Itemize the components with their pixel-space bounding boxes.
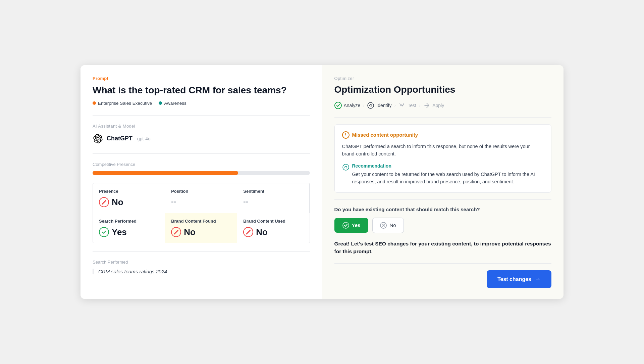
no-button[interactable]: No: [372, 218, 404, 233]
recommendation-row: Recommendation Get your content to be re…: [342, 163, 544, 186]
right-panel: Optimizer Optimization Opportunities Ana…: [322, 65, 564, 299]
right-divider-1: [334, 117, 552, 118]
step-apply-icon: [423, 102, 430, 109]
metric-presence-value: No: [99, 197, 159, 208]
yes-button[interactable]: Yes: [334, 218, 369, 233]
yes-label: Yes: [352, 222, 361, 228]
step-analyze: Analyze: [334, 102, 361, 109]
result-text: Great! Let's test SEO changes for your e…: [334, 240, 552, 256]
step-identify: Identify: [367, 102, 391, 109]
persona-dot-teal: [159, 101, 162, 105]
ai-section-label: AI Assistant & Model: [93, 124, 310, 129]
brand-found-text: No: [184, 227, 196, 237]
recommendation-label: Recommendation: [352, 163, 544, 169]
rec-icon: [342, 164, 350, 171]
yes-button-icon: [342, 222, 349, 229]
metric-presence: Presence No: [93, 183, 165, 213]
metric-presence-header: Presence: [99, 189, 159, 194]
no-label: No: [389, 222, 396, 228]
metric-sentiment-header: Sentiment: [243, 189, 303, 194]
persona-label-awareness: Awareness: [164, 101, 186, 106]
divider-1: [93, 115, 310, 116]
search-query: CRM sales teams ratings 2024: [93, 269, 310, 274]
left-panel: Prompt What is the top-rated CRM for sal…: [80, 65, 322, 299]
metric-search-performed-value: Yes: [99, 227, 159, 237]
search-yes-icon: [99, 227, 109, 237]
metric-brand-content-found: Brand Content Found No: [165, 213, 237, 243]
sentiment-dash: --: [243, 197, 248, 206]
stepper: Analyze › Identify ›: [334, 102, 552, 109]
recommendation-text: Get your content to be returned for the …: [352, 171, 544, 186]
opportunity-title: Missed content opportunity: [352, 132, 418, 138]
metric-brand-content-found-value: No: [171, 227, 231, 237]
presence-no-icon: [99, 197, 109, 207]
test-changes-label: Test changes: [497, 276, 531, 282]
metric-position: Position --: [165, 183, 237, 213]
no-button-icon: [380, 222, 387, 229]
step-analyze-icon: [334, 102, 342, 109]
optimizer-label: Optimizer: [334, 76, 552, 81]
step-identify-icon: [367, 102, 374, 109]
divider-2: [93, 153, 310, 154]
metric-sentiment: Sentiment --: [237, 183, 309, 213]
step-identify-label: Identify: [376, 103, 391, 108]
step-chevron-3: ›: [419, 103, 420, 108]
position-dash: --: [171, 197, 176, 206]
svg-point-3: [344, 167, 345, 168]
brand-used-text: No: [256, 227, 268, 237]
metric-brand-content-used-header: Brand Content Used: [243, 219, 303, 224]
ai-row: ChatGPT gpt-4o: [93, 133, 310, 144]
right-divider-2: [334, 199, 552, 200]
warning-icon: !: [342, 131, 350, 139]
step-test-label: Test: [408, 103, 416, 108]
opportunity-text: ChatGPT performed a search to inform thi…: [342, 143, 544, 158]
progress-bar-bg: [93, 171, 310, 175]
progress-bar-fill: [93, 171, 238, 175]
yes-no-row: Yes No: [334, 218, 552, 233]
metric-brand-content-found-header: Brand Content Found: [171, 219, 231, 224]
persona-row: Enterprise Sales Executive Awareness: [93, 101, 310, 106]
test-changes-arrow: →: [535, 276, 541, 283]
chatgpt-icon: [93, 133, 103, 144]
metric-position-header: Position: [171, 189, 231, 194]
competitive-label: Competitive Presence: [93, 162, 310, 167]
opportunity-card: ! Missed content opportunity ChatGPT per…: [334, 124, 552, 193]
metric-search-performed: Search Performed Yes: [93, 213, 165, 243]
search-section: Search Performed CRM sales teams ratings…: [93, 260, 310, 274]
step-chevron-2: ›: [394, 103, 395, 108]
metric-brand-content-used-value: No: [243, 227, 303, 237]
ai-model: gpt-4o: [137, 136, 151, 141]
step-apply: Apply: [423, 102, 444, 109]
right-divider-3: [334, 263, 552, 264]
persona-dot-orange: [93, 101, 96, 105]
prompt-label: Prompt: [93, 76, 310, 81]
metric-search-performed-header: Search Performed: [99, 219, 159, 224]
svg-point-0: [368, 102, 374, 108]
step-analyze-label: Analyze: [344, 103, 361, 108]
brand-used-no-icon: [243, 227, 253, 237]
brand-found-no-icon: [171, 227, 181, 237]
prompt-title: What is the top-rated CRM for sales team…: [93, 84, 310, 96]
persona-label-enterprise: Enterprise Sales Executive: [98, 101, 152, 106]
step-apply-label: Apply: [432, 103, 444, 108]
step-test-icon: [398, 102, 406, 109]
metric-position-value: --: [171, 197, 231, 206]
svg-point-1: [369, 105, 370, 106]
search-performed-text: Yes: [112, 227, 127, 237]
competitive-section: Competitive Presence: [93, 162, 310, 175]
search-label: Search Performed: [93, 260, 310, 265]
svg-point-2: [343, 164, 349, 170]
persona-awareness: Awareness: [159, 101, 186, 106]
metric-brand-content-used: Brand Content Used No: [237, 213, 309, 243]
divider-3: [93, 251, 310, 252]
presence-text: No: [112, 197, 123, 208]
step-test: Test: [398, 102, 416, 109]
persona-enterprise: Enterprise Sales Executive: [93, 101, 152, 106]
optimizer-title: Optimization Opportunities: [334, 84, 552, 95]
ai-name: ChatGPT: [107, 135, 132, 142]
existing-content-question: Do you have existing content that should…: [334, 207, 552, 212]
opportunity-header: ! Missed content opportunity: [342, 131, 544, 139]
test-changes-button[interactable]: Test changes →: [487, 270, 551, 288]
metrics-grid: Presence No Position -- Sentiment --: [93, 183, 310, 243]
existing-content-section: Do you have existing content that should…: [334, 207, 552, 256]
